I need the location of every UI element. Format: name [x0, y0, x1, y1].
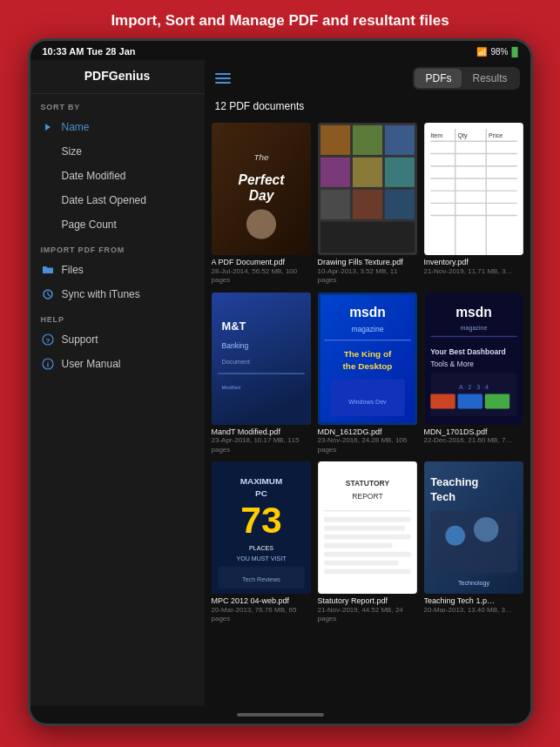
svg-text:Document: Document [221, 359, 249, 366]
svg-rect-16 [352, 158, 381, 187]
svg-text:Your Best Dashboard: Your Best Dashboard [430, 347, 505, 356]
home-bar [237, 713, 324, 717]
svg-rect-80 [324, 569, 410, 575]
date-modified-icon [41, 169, 55, 183]
pdf-name: Statutory Report.pdf [318, 596, 417, 606]
pdf-meta: 20-Mar-2013, 13.40 MB, 3… [424, 606, 523, 615]
svg-rect-75 [324, 526, 404, 531]
sidebar-item-date-last-opened[interactable]: Date Last Opened [30, 188, 205, 212]
question-icon: ? [41, 333, 55, 347]
svg-text:magazine: magazine [351, 325, 383, 333]
svg-rect-12 [320, 125, 350, 155]
pdf-thumbnail: The Perfect Day [212, 123, 311, 255]
svg-text:The King of: The King of [343, 348, 391, 358]
pdf-thumbnail [318, 123, 417, 255]
hamburger-icon[interactable] [215, 73, 231, 84]
sidebar-item-size[interactable]: Size [30, 139, 205, 164]
files-label: Files [62, 264, 84, 276]
date-last-opened-icon [41, 193, 55, 207]
pdf-name: Teaching Tech 1.p… [424, 596, 523, 606]
svg-rect-49 [330, 379, 404, 416]
list-item[interactable]: Drawing Fills Texture.pdf 10-Apr-2013, 3… [318, 123, 417, 286]
svg-text:Price: Price [489, 132, 503, 139]
svg-text:msdn: msdn [349, 305, 386, 320]
pdf-name: MDN_1701DS.pdf [424, 427, 523, 437]
svg-text:Qty: Qty [457, 132, 467, 139]
svg-text:Item: Item [430, 132, 442, 139]
svg-rect-79 [324, 561, 398, 566]
svg-text:Teaching: Teaching [430, 476, 478, 489]
svg-rect-77 [324, 543, 392, 548]
pdf-name: A PDF Document.pdf [212, 258, 311, 267]
sidebar-item-user-manual[interactable]: i User Manual [30, 352, 205, 376]
svg-rect-74 [324, 517, 410, 522]
list-item[interactable]: STATUTORY REPORT Statutory Repor [318, 461, 417, 624]
list-item[interactable]: msdn magazine Your Best Dashboard Tools … [424, 293, 523, 455]
pdf-meta: 21-Nov-2019, 11.71 MB, 3… [424, 267, 523, 276]
sort-page-count-label: Page Count [62, 219, 117, 231]
sort-date-modified-label: Date Modified [62, 170, 126, 182]
svg-point-86 [445, 526, 465, 546]
active-indicator-icon [41, 120, 55, 134]
svg-rect-15 [320, 158, 350, 187]
pdf-name: Drawing Fills Texture.pdf [318, 258, 417, 267]
info-icon: i [41, 357, 55, 371]
pdf-grid: The Perfect Day A PDF Document.pdf 28-Ju… [205, 116, 530, 706]
user-manual-label: User Manual [62, 358, 121, 370]
svg-text:MAXIMUM: MAXIMUM [240, 476, 282, 486]
pdf-meta: 22-Dec-2016, 21.60 MB, 7… [424, 436, 523, 445]
status-time: 10:33 AM Tue 28 Jan [43, 46, 136, 57]
pdf-thumbnail: Teaching Tech Technology [424, 461, 523, 594]
svg-rect-13 [352, 125, 381, 155]
size-icon [41, 145, 55, 158]
sidebar-item-sync-itunes[interactable]: Sync with iTunes [30, 282, 205, 306]
svg-rect-20 [384, 190, 414, 219]
pdf-meta: 20-Mar-2013, 76.76 MB, 65 pages [212, 606, 311, 624]
svg-text:The: The [253, 152, 269, 162]
pdf-meta: 23-Apr-2018, 10.17 MB, 115 pages [212, 436, 311, 454]
tab-results[interactable]: Results [462, 69, 517, 88]
svg-text:Banking: Banking [221, 341, 248, 350]
battery-icon: █ [511, 47, 517, 57]
sidebar-item-files[interactable]: Files [30, 258, 205, 282]
svg-text:YOU MUST VISIT: YOU MUST VISIT [236, 555, 287, 562]
doc-count: 12 PDF documents [205, 97, 530, 116]
sidebar-item-page-count[interactable]: Page Count [30, 212, 205, 237]
list-item[interactable]: MAXIMUM PC 73 PLACES YOU MUST VISIT Tech… [212, 461, 311, 624]
help-label: HELP [30, 306, 205, 327]
home-indicator [30, 706, 530, 723]
svg-text:M&T: M&T [221, 319, 246, 332]
sidebar-item-name[interactable]: Name [30, 115, 205, 139]
svg-text:Tools & More: Tools & More [430, 360, 474, 368]
svg-text:Tech Reviews: Tech Reviews [242, 576, 280, 583]
tab-pdfs[interactable]: PDFs [415, 69, 462, 88]
svg-text:Modified: Modified [221, 384, 240, 389]
main-toolbar: PDFs Results [205, 60, 530, 97]
svg-text:Day: Day [248, 188, 274, 203]
list-item[interactable]: Item Qty Price Inventory.pdf 21-Nov-2019… [424, 123, 523, 286]
pdf-meta: 28-Jul-2014, 56.52 MB, 100 pages [212, 267, 311, 286]
pdf-name: Inventory.pdf [424, 258, 523, 267]
svg-rect-22 [424, 123, 523, 255]
pdf-thumbnail: msdn magazine The King of the Desktop Wi… [318, 293, 417, 425]
device-frame: 10:33 AM Tue 28 Jan 📶 98% █ PDFGenius SO… [28, 38, 533, 726]
pdf-thumbnail: msdn magazine Your Best Dashboard Tools … [424, 293, 523, 425]
svg-text:magazine: magazine [460, 324, 487, 331]
list-item[interactable]: msdn magazine The King of the Desktop Wi… [318, 293, 417, 455]
app-body: PDFGenius SORT BY Name Size Date Modifie… [30, 60, 530, 706]
pdf-thumbnail: STATUTORY REPORT [318, 461, 417, 594]
tab-group: PDFs Results [413, 67, 519, 90]
list-item[interactable]: The Perfect Day A PDF Document.pdf 28-Ju… [212, 123, 311, 286]
svg-text:73: 73 [240, 500, 281, 542]
svg-rect-18 [320, 190, 350, 219]
sidebar-item-date-modified[interactable]: Date Modified [30, 164, 205, 188]
folder-icon [41, 263, 55, 277]
sort-size-label: Size [62, 145, 82, 158]
svg-point-87 [474, 517, 498, 542]
list-item[interactable]: Teaching Tech Technology Teaching Tech 1… [424, 461, 523, 624]
sidebar-item-support[interactable]: ? Support [30, 327, 205, 352]
svg-text:Windows Dev: Windows Dev [348, 398, 387, 405]
svg-text:A · 2 · 3 · 4: A · 2 · 3 · 4 [459, 383, 489, 390]
list-item[interactable]: M&T Banking Document Modified MandT Modi… [212, 293, 311, 455]
pdf-name: MandT Modified.pdf [212, 427, 311, 437]
